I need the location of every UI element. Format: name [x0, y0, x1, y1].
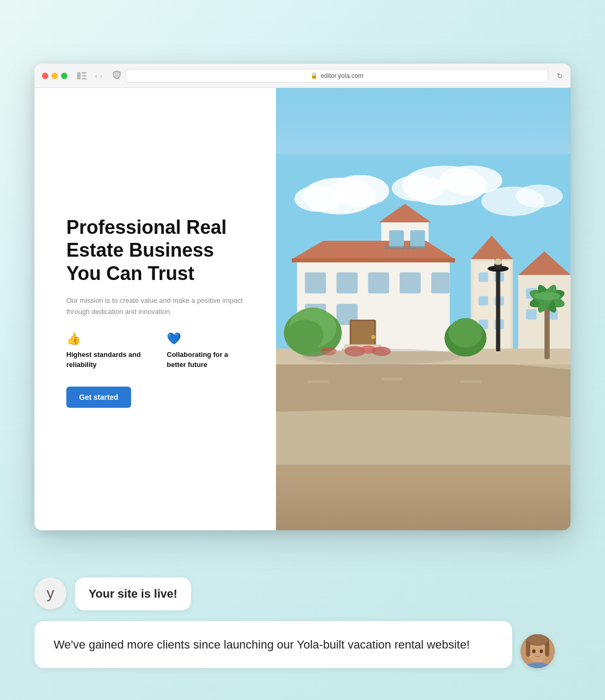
testimonial-text: We've gained more clients since launchin… [54, 638, 470, 651]
svg-rect-2 [82, 75, 87, 76]
back-icon[interactable]: ‹ [95, 71, 98, 80]
chat-row-notification: y Your site is live! [34, 578, 571, 610]
features-row: 👍 Highest standards and reliability 💙 Co… [66, 332, 249, 369]
svg-point-10 [392, 175, 444, 202]
chat-row-testimonial: We've gained more clients since launchin… [34, 621, 571, 668]
browser-content: Professional Real Estate Business You Ca… [34, 88, 571, 530]
close-button[interactable] [42, 73, 48, 79]
chat-bubble-site-live: Your site is live! [75, 578, 191, 610]
svg-rect-3 [82, 78, 87, 80]
maximize-button[interactable] [61, 73, 67, 79]
svg-rect-1 [82, 72, 87, 74]
svg-rect-77 [381, 378, 402, 381]
svg-rect-45 [305, 273, 326, 294]
svg-rect-90 [545, 642, 549, 657]
heart-icon: 💙 [167, 332, 249, 346]
svg-point-12 [515, 185, 563, 208]
browser-toolbar: ‹ › 🔒 editor.yola.com ↻ [34, 64, 571, 88]
hero-image-panel [276, 88, 571, 530]
feature-standards-label: Highest standards and reliability [66, 350, 151, 369]
traffic-lights [42, 73, 67, 79]
svg-rect-36 [410, 230, 425, 247]
svg-point-61 [448, 318, 482, 348]
thumbs-up-icon: 👍 [66, 332, 151, 346]
chat-section: y Your site is live! We've gained more c… [34, 578, 571, 668]
svg-rect-46 [336, 273, 358, 294]
svg-rect-49 [431, 273, 450, 294]
svg-rect-20 [478, 296, 488, 305]
svg-rect-37 [384, 246, 426, 249]
svg-rect-76 [307, 380, 329, 383]
svg-rect-62 [496, 270, 500, 352]
nav-arrows: ‹ › [95, 71, 102, 80]
svg-point-54 [371, 335, 375, 339]
svg-rect-66 [544, 301, 549, 359]
svg-rect-34 [291, 258, 455, 262]
browser-window: ‹ › 🔒 editor.yola.com ↻ Professional Rea… [34, 64, 571, 530]
svg-point-79 [302, 348, 460, 364]
svg-rect-18 [478, 273, 488, 282]
hero-description: Our mission is to create value and make … [66, 295, 249, 318]
svg-rect-0 [77, 72, 81, 80]
minimize-button[interactable] [51, 73, 58, 79]
svg-point-59 [286, 320, 323, 352]
feature-collaborating: 💙 Collaborating for a better future [167, 332, 249, 369]
get-started-button[interactable]: Get started [66, 387, 131, 408]
feature-standards: 👍 Highest standards and reliability [66, 332, 151, 369]
yola-initial: y [47, 585, 54, 602]
svg-point-71 [534, 292, 560, 300]
feature-collaborating-label: Collaborating for a better future [167, 350, 249, 369]
svg-rect-47 [368, 273, 389, 294]
hero-left-panel: Professional Real Estate Business You Ca… [34, 88, 276, 530]
house-image [276, 88, 571, 530]
svg-rect-89 [526, 642, 530, 657]
svg-point-65 [494, 259, 502, 265]
shield-icon [113, 71, 120, 81]
site-live-text: Your site is live! [89, 587, 177, 600]
user-avatar [521, 634, 555, 668]
hero-title: Professional Real Estate Business You Ca… [66, 216, 249, 285]
yola-avatar: y [34, 578, 66, 609]
svg-rect-28 [526, 309, 537, 320]
svg-rect-78 [460, 380, 481, 383]
chat-bubble-testimonial: We've gained more clients since launchin… [34, 621, 512, 668]
svg-rect-35 [389, 230, 404, 247]
svg-point-7 [294, 186, 341, 212]
svg-point-86 [540, 650, 543, 653]
sidebar-toggle-icon[interactable] [77, 72, 87, 80]
svg-point-85 [532, 650, 535, 653]
lock-icon: 🔒 [310, 72, 318, 79]
address-bar[interactable]: 🔒 editor.yola.com [126, 69, 548, 83]
forward-icon[interactable]: › [100, 71, 102, 80]
url-text: editor.yola.com [321, 72, 364, 80]
reload-button[interactable]: ↻ [557, 72, 563, 80]
svg-rect-48 [400, 273, 421, 294]
